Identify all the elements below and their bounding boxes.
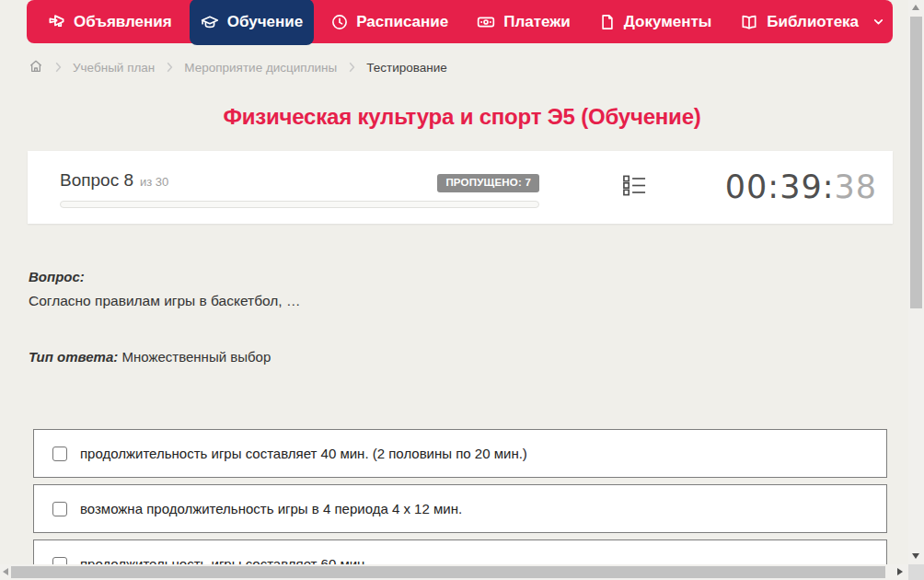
scroll-left-arrow-icon[interactable] (3, 568, 8, 575)
banknote-icon (477, 13, 495, 31)
horizontal-scrollbar[interactable] (0, 564, 908, 580)
nav-item-label: Документы (624, 13, 712, 31)
progress-bar (60, 201, 539, 208)
nav-item-label: Платежи (503, 13, 571, 31)
question-list-button[interactable] (622, 173, 647, 202)
nav-item-label: Расписание (356, 13, 448, 31)
answer-option-2[interactable]: возможна продолжительность игры в 4 пери… (33, 484, 887, 533)
home-icon[interactable] (29, 59, 43, 76)
chevron-right-icon (347, 62, 356, 73)
chevron-down-icon (872, 16, 884, 28)
scroll-up-arrow-icon[interactable] (912, 5, 919, 10)
chevron-right-icon (53, 62, 63, 73)
question-text: Согласно правилам игры в баскетбол, … (29, 293, 300, 309)
clock-icon (331, 14, 348, 30)
nav-item-payments[interactable]: Платежи (466, 0, 582, 43)
vertical-scrollbar[interactable] (908, 0, 924, 564)
answer-type-value: Множественный выбор (121, 349, 271, 365)
document-icon (599, 14, 616, 30)
nav-item-documents[interactable]: Документы (588, 0, 723, 43)
timer: 00:39:38 (725, 171, 877, 203)
megaphone-icon (48, 13, 65, 30)
scrollbar-corner (908, 564, 924, 580)
answer-option-label: возможна продолжительность игры в 4 пери… (80, 501, 462, 516)
vertical-scrollbar-thumb[interactable] (910, 17, 922, 308)
scroll-down-arrow-icon[interactable] (912, 553, 919, 559)
checkbox[interactable] (52, 502, 67, 516)
open-book-icon (740, 13, 758, 31)
scroll-right-arrow-icon[interactable] (897, 568, 903, 575)
graduation-cap-icon (201, 13, 219, 31)
question-total: из 30 (140, 175, 168, 189)
nav-item-label: Библиотека (767, 13, 859, 31)
answer-option-1[interactable]: продолжительность игры составляет 40 мин… (33, 429, 887, 478)
question-progress-block: Вопрос 8 из 30 ПРОПУЩЕНО: 7 (60, 151, 539, 224)
page-title: Физическая культура и спорт Э5 (Обучение… (0, 104, 924, 130)
chevron-right-icon (165, 62, 174, 73)
nav-item-label: Обучение (227, 13, 303, 31)
question-number: Вопрос 8 (60, 170, 133, 191)
checkbox[interactable] (52, 447, 67, 461)
nav-item-schedule[interactable]: Расписание (320, 0, 459, 43)
answer-options: продолжительность игры составляет 40 мин… (33, 429, 887, 580)
question-list-icon (622, 173, 647, 202)
skipped-badge: ПРОПУЩЕНО: 7 (437, 174, 539, 192)
timer-seconds: 38 (834, 168, 877, 205)
breadcrumb-item-study-plan[interactable]: Учебный план (73, 61, 155, 75)
breadcrumb-item-testing: Тестирование (366, 61, 447, 75)
breadcrumb: Учебный план Мероприятие дисциплины Тест… (29, 58, 447, 76)
top-navbar: Объявления Обучение Расписание Платежи Д… (27, 0, 893, 43)
question-card: Вопрос 8 из 30 ПРОПУЩЕНО: 7 00:39:38 (28, 151, 893, 224)
nav-item-library[interactable]: Библиотека (729, 0, 895, 43)
nav-item-announcements[interactable]: Объявления (37, 0, 183, 43)
horizontal-scrollbar-thumb[interactable] (11, 566, 885, 578)
answer-type: Тип ответа: Множественный выбор (29, 349, 271, 365)
nav-item-label: Объявления (74, 13, 172, 31)
question-heading: Вопрос: (29, 269, 85, 284)
nav-item-learning[interactable]: Обучение (190, 0, 314, 45)
breadcrumb-item-discipline-event[interactable]: Мероприятие дисциплины (184, 61, 337, 75)
answer-type-label: Тип ответа: (29, 349, 118, 365)
answer-option-label: продолжительность игры составляет 40 мин… (80, 446, 527, 461)
timer-main: 00:39: (725, 168, 835, 205)
